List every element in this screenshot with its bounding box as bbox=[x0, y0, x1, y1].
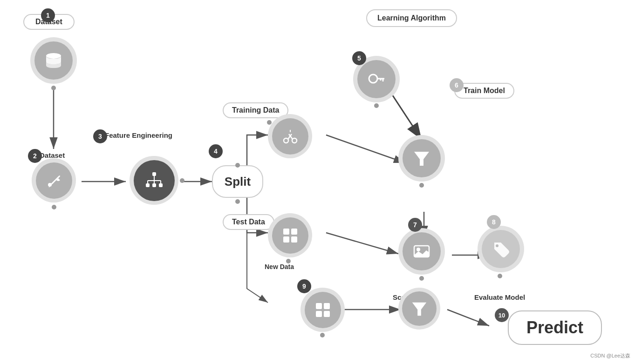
circle-outer-dataset bbox=[30, 37, 77, 84]
pill-learning-algo: Learning Algorithm bbox=[366, 9, 457, 27]
circle-outer-new-data bbox=[300, 288, 345, 332]
svg-marker-35 bbox=[414, 152, 429, 166]
diagram: 1 Dataset 2 Dataset 3 Feature bbox=[0, 0, 635, 364]
badge-10: 10 bbox=[495, 308, 509, 322]
pill-training-data: Training Data bbox=[223, 102, 288, 118]
watermark: CSDN @Lee达森 bbox=[590, 352, 630, 359]
label-evaluate-model: Evaluate Model bbox=[474, 293, 525, 301]
svg-rect-39 bbox=[316, 303, 322, 309]
dot-cleaning-bottom bbox=[52, 205, 56, 209]
svg-point-38 bbox=[496, 244, 498, 247]
svg-rect-15 bbox=[146, 183, 150, 187]
dot-split-top bbox=[235, 163, 240, 168]
circle-outer-test bbox=[268, 213, 312, 257]
dot-evaluate-bottom bbox=[498, 274, 502, 278]
circle-training bbox=[272, 118, 308, 155]
circle-evaluate bbox=[482, 230, 520, 268]
badge-9: 9 bbox=[297, 279, 311, 293]
svg-rect-14 bbox=[152, 172, 156, 176]
svg-rect-29 bbox=[283, 236, 289, 243]
svg-rect-16 bbox=[152, 183, 156, 187]
svg-rect-27 bbox=[283, 229, 289, 235]
circle-dataset bbox=[34, 41, 73, 80]
circle-outer-cleaning bbox=[32, 158, 76, 202]
dot-train-bottom bbox=[419, 183, 424, 188]
pill-test-data: Test Data bbox=[223, 214, 274, 230]
circle-outer-training bbox=[268, 114, 312, 158]
pill-predict: Predict bbox=[508, 310, 602, 345]
badge-8: 8 bbox=[487, 215, 501, 229]
svg-rect-17 bbox=[159, 183, 163, 187]
badge-1: 1 bbox=[41, 8, 55, 22]
circle-feature bbox=[134, 160, 175, 201]
circle-test bbox=[272, 217, 308, 254]
label-feature-eng: Feature Engineering bbox=[105, 131, 172, 139]
svg-rect-41 bbox=[316, 311, 322, 317]
badge-4: 4 bbox=[209, 144, 223, 158]
badge-6: 6 bbox=[450, 78, 464, 92]
label-new-data-under: New Data bbox=[265, 263, 294, 270]
dot-dataset-bottom bbox=[51, 86, 56, 90]
svg-rect-30 bbox=[291, 236, 297, 243]
circle-train bbox=[403, 139, 441, 177]
svg-point-37 bbox=[417, 248, 420, 251]
circle-outer-evaluate bbox=[478, 226, 524, 272]
dot-new-data-bottom bbox=[320, 333, 325, 337]
svg-rect-42 bbox=[324, 311, 330, 317]
badge-5: 5 bbox=[352, 51, 366, 65]
badge-2: 2 bbox=[28, 149, 42, 163]
circle-outer-score bbox=[398, 228, 445, 275]
circle-outer-train bbox=[398, 135, 445, 182]
dot-score-bottom bbox=[419, 276, 424, 281]
svg-marker-43 bbox=[412, 303, 426, 316]
circle-learning bbox=[357, 60, 396, 98]
circle-cleaning bbox=[36, 162, 72, 199]
circle-score bbox=[403, 232, 441, 270]
svg-point-12 bbox=[46, 53, 61, 59]
circle-outer-feature bbox=[130, 156, 178, 205]
dot-feature-right bbox=[180, 178, 184, 183]
badge-3: 3 bbox=[93, 129, 107, 143]
dot-split-bottom bbox=[235, 199, 240, 204]
svg-rect-28 bbox=[291, 229, 297, 235]
svg-line-5 bbox=[326, 135, 405, 163]
circle-predict-funnel bbox=[402, 291, 437, 326]
svg-point-13 bbox=[48, 183, 52, 187]
circle-new-data bbox=[305, 292, 341, 328]
svg-line-8 bbox=[326, 233, 398, 254]
pill-split: Split bbox=[212, 165, 263, 198]
dot-learning-bottom bbox=[374, 103, 379, 108]
badge-7: 7 bbox=[408, 218, 422, 232]
svg-line-11 bbox=[447, 310, 489, 326]
circle-outer-predict-funnel bbox=[398, 288, 440, 330]
svg-point-31 bbox=[369, 74, 377, 83]
svg-rect-40 bbox=[324, 303, 330, 309]
